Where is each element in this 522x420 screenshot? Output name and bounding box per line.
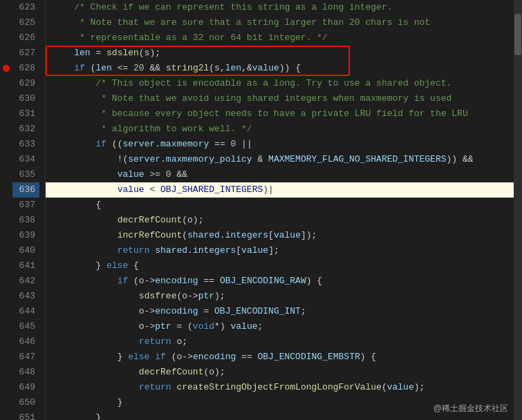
code-line: * representable as a 32 nor 64 bit integ… <box>46 30 522 46</box>
breakpoint-slot[interactable] <box>0 137 12 152</box>
code-text: return o; <box>53 334 187 350</box>
code-line: value >= 0 && <box>46 167 522 182</box>
code-line: value < OBJ_SHARED_INTEGERS)| <box>46 182 522 198</box>
line-number: 644 <box>12 304 39 319</box>
line-number: 642 <box>12 274 39 289</box>
code-text: decrRefCount(o); <box>53 365 225 380</box>
code-text: if (len <= 20 && string2l(s,len,&value))… <box>53 61 301 76</box>
code-line: return o; <box>46 334 522 350</box>
breakpoint-slot[interactable] <box>0 304 12 319</box>
code-text: value < OBJ_SHARED_INTEGERS)| <box>53 182 274 198</box>
vertical-scrollbar[interactable] <box>514 0 522 420</box>
breakpoint-gutter <box>0 0 12 420</box>
line-number: 634 <box>12 152 39 167</box>
code-line: * Note that we are sure that a string la… <box>46 15 522 30</box>
line-number: 623 <box>12 0 39 15</box>
line-number: 645 <box>12 319 39 334</box>
breakpoint-slot[interactable] <box>0 350 12 365</box>
code-text: return createStringObjectFromLongLongFor… <box>53 380 425 395</box>
breakpoint-slot[interactable] <box>0 213 12 228</box>
code-text: } else if (o->encoding == OBJ_ENCODING_E… <box>53 350 376 365</box>
breakpoint-slot[interactable] <box>0 410 12 420</box>
breakpoint-slot[interactable] <box>0 46 12 61</box>
line-numbers: 6236256266276286296306316326336346356366… <box>12 0 46 420</box>
code-text: /* Check if we can represent this string… <box>53 0 392 15</box>
code-text: o->ptr = (void*) value; <box>53 319 263 334</box>
code-line: } else { <box>46 258 522 274</box>
code-text: sdsfree(o->ptr); <box>53 289 225 304</box>
code-text: decrRefCount(o); <box>53 213 203 228</box>
breakpoint-slot[interactable] <box>0 30 12 46</box>
line-number: 638 <box>12 213 39 228</box>
breakpoint-dot <box>3 65 10 72</box>
code-text: value >= 0 && <box>53 167 187 182</box>
breakpoint-slot[interactable] <box>0 122 12 137</box>
breakpoint-slot[interactable] <box>0 182 12 198</box>
code-line: !(server.maxmemory_policy & MAXMEMORY_FL… <box>46 152 522 167</box>
line-number: 628 <box>12 61 39 76</box>
breakpoint-slot[interactable] <box>0 334 12 350</box>
breakpoint-slot[interactable] <box>0 0 12 15</box>
code-editor: 6236256266276286296306316326336346356366… <box>0 0 522 420</box>
breakpoint-slot[interactable] <box>0 15 12 30</box>
breakpoint-slot[interactable] <box>0 152 12 167</box>
code-line: sdsfree(o->ptr); <box>46 289 522 304</box>
code-text: if (o->encoding == OBJ_ENCODING_RAW) { <box>53 274 322 289</box>
line-number: 647 <box>12 350 39 365</box>
code-line: return createStringObjectFromLongLongFor… <box>46 380 522 395</box>
code-text: return shared.integers[value]; <box>53 243 279 258</box>
line-number: 626 <box>12 30 39 46</box>
breakpoint-slot[interactable] <box>0 61 12 76</box>
code-text: * Note that we are sure that a string la… <box>53 15 430 30</box>
line-number: 636 <box>12 182 39 198</box>
code-line: o->ptr = (void*) value; <box>46 319 522 334</box>
code-text: } <box>53 410 101 420</box>
code-text: * representable as a 32 nor 64 bit integ… <box>53 30 328 46</box>
code-line: { <box>46 198 522 213</box>
code-text: len = sdslen(s); <box>53 46 160 61</box>
breakpoint-slot[interactable] <box>0 198 12 213</box>
watermark: @稀土掘金技术社区 <box>434 403 508 414</box>
code-line: /* Check if we can represent this string… <box>46 0 522 15</box>
breakpoint-slot[interactable] <box>0 365 12 380</box>
code-text: !(server.maxmemory_policy & MAXMEMORY_FL… <box>53 152 474 167</box>
line-number: 633 <box>12 137 39 152</box>
breakpoint-slot[interactable] <box>0 243 12 258</box>
code-line: if ((server.maxmemory == 0 || <box>46 137 522 152</box>
line-number: 640 <box>12 243 39 258</box>
breakpoint-slot[interactable] <box>0 167 12 182</box>
code-line: /* This object is encodable as a long. T… <box>46 76 522 91</box>
breakpoint-slot[interactable] <box>0 289 12 304</box>
code-text: * algorithm to work well. */ <box>53 122 252 137</box>
code-line: incrRefCount(shared.integers[value]); <box>46 228 522 243</box>
line-number: 625 <box>12 15 39 30</box>
line-number: 650 <box>12 395 39 410</box>
breakpoint-slot[interactable] <box>0 274 12 289</box>
breakpoint-slot[interactable] <box>0 380 12 395</box>
scrollbar-thumb[interactable] <box>514 14 521 55</box>
breakpoint-slot[interactable] <box>0 258 12 274</box>
code-line: if (len <= 20 && string2l(s,len,&value))… <box>46 61 522 76</box>
code-content[interactable]: /* Check if we can represent this string… <box>46 0 522 420</box>
line-number: 648 <box>12 365 39 380</box>
code-line: decrRefCount(o); <box>46 365 522 380</box>
line-number: 639 <box>12 228 39 243</box>
line-number: 643 <box>12 289 39 304</box>
breakpoint-slot[interactable] <box>0 395 12 410</box>
code-text: } <box>53 395 122 410</box>
breakpoint-slot[interactable] <box>0 76 12 91</box>
code-text: * Note that we avoid using shared intege… <box>53 91 451 106</box>
code-text: o->encoding = OBJ_ENCODING_INT; <box>53 304 306 319</box>
code-line: * because every object needs to have a p… <box>46 106 522 122</box>
line-number: 627 <box>12 46 39 61</box>
code-line: * algorithm to work well. */ <box>46 122 522 137</box>
line-number: 631 <box>12 106 39 122</box>
breakpoint-slot[interactable] <box>0 91 12 106</box>
line-number: 632 <box>12 122 39 137</box>
code-text: if ((server.maxmemory == 0 || <box>53 137 252 152</box>
breakpoint-slot[interactable] <box>0 106 12 122</box>
line-number: 635 <box>12 167 39 182</box>
breakpoint-slot[interactable] <box>0 319 12 334</box>
breakpoint-slot[interactable] <box>0 228 12 243</box>
line-number: 646 <box>12 334 39 350</box>
